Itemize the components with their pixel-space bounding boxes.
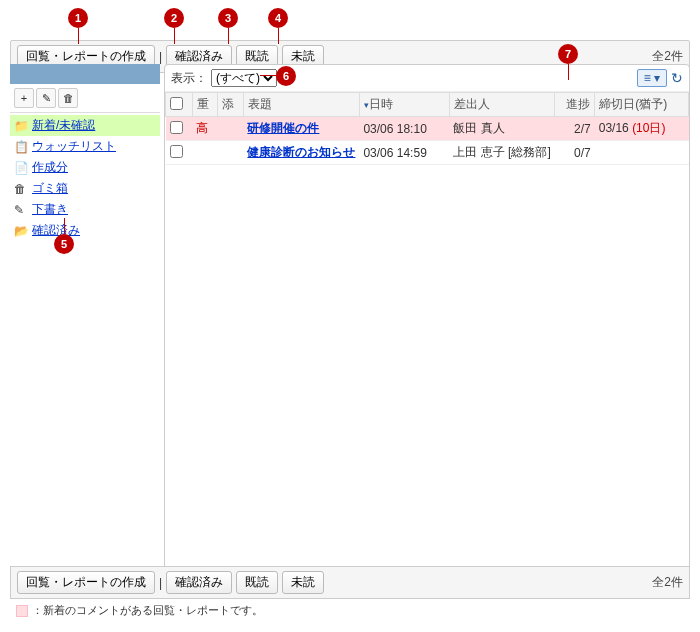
callout-2: 2 (164, 8, 184, 28)
view-menu-button[interactable]: ≡ ▾ (637, 69, 667, 87)
table-row[interactable]: 健康診断のお知らせ 03/06 14:59 上田 恵子 [総務部] 0/7 (166, 141, 689, 165)
callout-1: 1 (68, 8, 88, 28)
legend-text: ：新着のコメントがある回覧・レポートです。 (32, 603, 263, 618)
sidebar: + ✎ 🗑 📁 新着/未確認 📋 ウォッチリスト 📄 作成分 🗑 ゴミ箱 ✎ (10, 64, 160, 570)
sidebar-item-label: ゴミ箱 (32, 180, 68, 197)
bottom-toolbar: 回覧・レポートの作成 | 確認済み 既読 未読 全2件 (10, 566, 690, 599)
confirmed-button-bottom[interactable]: 確認済み (166, 571, 232, 594)
col-progress[interactable]: 進捗 (555, 93, 595, 117)
callout-3: 3 (218, 8, 238, 28)
folder-icon: 📁 (14, 119, 28, 133)
separator: | (159, 50, 162, 64)
clipboard-icon: 📋 (14, 140, 28, 154)
table-header-row: 重 添 表題 ▾日時 差出人 進捗 締切日(猶予) (166, 93, 689, 117)
col-sender[interactable]: 差出人 (449, 93, 554, 117)
callout-7: 7 (558, 44, 578, 64)
filter-bar: 表示： (すべて) ≡ ▾ ↻ (165, 65, 689, 92)
callout-4: 4 (268, 8, 288, 28)
select-all-checkbox[interactable] (170, 97, 183, 110)
table-wrap: 重 添 表題 ▾日時 差出人 進捗 締切日(猶予) 高 研修開催の件 (165, 92, 689, 569)
priority-cell: 高 (192, 117, 218, 141)
priority-cell (192, 141, 218, 165)
deadline-cell: 03/16 (10日) (595, 117, 689, 141)
col-deadline[interactable]: 締切日(猶予) (595, 93, 689, 117)
sidebar-title (10, 64, 160, 84)
unread-button-bottom[interactable]: 未読 (282, 571, 324, 594)
sidebar-item-confirmed[interactable]: 📂 確認済み (10, 220, 160, 241)
sidebar-item-created[interactable]: 📄 作成分 (10, 157, 160, 178)
col-attach[interactable]: 添 (218, 93, 244, 117)
datetime-cell: 03/06 18:10 (359, 117, 449, 141)
create-button-bottom[interactable]: 回覧・レポートの作成 (17, 571, 155, 594)
sidebar-item-label: ウォッチリスト (32, 138, 116, 155)
sender-cell: 飯田 真人 (449, 117, 554, 141)
bottom-area: 回覧・レポートの作成 | 確認済み 既読 未読 全2件 ：新着のコメントがある回… (10, 566, 690, 622)
col-check[interactable] (166, 93, 193, 117)
sidebar-item-label: 作成分 (32, 159, 68, 176)
sidebar-item-label: 下書き (32, 201, 68, 218)
sidebar-item-new-unread[interactable]: 📁 新着/未確認 (10, 115, 160, 136)
col-priority[interactable]: 重 (192, 93, 218, 117)
nav-list: 📁 新着/未確認 📋 ウォッチリスト 📄 作成分 🗑 ゴミ箱 ✎ 下書き 📂 (10, 112, 160, 243)
separator: | (159, 576, 162, 590)
sidebar-item-watchlist[interactable]: 📋 ウォッチリスト (10, 136, 160, 157)
legend-swatch (16, 605, 28, 617)
col-datetime[interactable]: ▾日時 (359, 93, 449, 117)
delete-folder-button[interactable]: 🗑 (58, 88, 78, 108)
progress-cell: 0/7 (555, 141, 595, 165)
subject-link[interactable]: 健康診断のお知らせ (247, 145, 355, 159)
pencil-icon: ✎ (14, 203, 28, 217)
row-checkbox[interactable] (170, 145, 183, 158)
count-label: 全2件 (652, 48, 683, 65)
col-subject[interactable]: 表題 (243, 93, 359, 117)
attach-cell (218, 117, 244, 141)
filter-select[interactable]: (すべて) (211, 69, 277, 87)
document-icon: 📄 (14, 161, 28, 175)
deadline-cell (595, 141, 689, 165)
callout-5: 5 (54, 234, 74, 254)
read-button-bottom[interactable]: 既読 (236, 571, 278, 594)
edit-folder-button[interactable]: ✎ (36, 88, 56, 108)
datetime-cell: 03/06 14:59 (359, 141, 449, 165)
table-row[interactable]: 高 研修開催の件 03/06 18:10 飯田 真人 2/7 03/16 (10… (166, 117, 689, 141)
count-label-bottom: 全2件 (652, 574, 683, 591)
report-table: 重 添 表題 ▾日時 差出人 進捗 締切日(猶予) 高 研修開催の件 (165, 92, 689, 165)
trash-icon: 🗑 (14, 182, 28, 196)
subject-link[interactable]: 研修開催の件 (247, 121, 319, 135)
folder-open-icon: 📂 (14, 224, 28, 238)
sidebar-tools: + ✎ 🗑 (10, 84, 160, 112)
sidebar-item-draft[interactable]: ✎ 下書き (10, 199, 160, 220)
row-checkbox[interactable] (170, 121, 183, 134)
attach-cell (218, 141, 244, 165)
sender-cell: 上田 恵子 [総務部] (449, 141, 554, 165)
progress-cell: 2/7 (555, 117, 595, 141)
filter-label: 表示： (171, 70, 207, 87)
sidebar-item-label: 新着/未確認 (32, 117, 95, 134)
main-panel: 表示： (すべて) ≡ ▾ ↻ 重 添 表題 ▾日時 差出人 進捗 (164, 64, 690, 570)
body: + ✎ 🗑 📁 新着/未確認 📋 ウォッチリスト 📄 作成分 🗑 ゴミ箱 ✎ (10, 64, 690, 570)
add-folder-button[interactable]: + (14, 88, 34, 108)
sidebar-item-trash[interactable]: 🗑 ゴミ箱 (10, 178, 160, 199)
refresh-button[interactable]: ↻ (671, 70, 683, 86)
callout-6: 6 (276, 66, 296, 86)
legend: ：新着のコメントがある回覧・レポートです。 (10, 599, 690, 622)
